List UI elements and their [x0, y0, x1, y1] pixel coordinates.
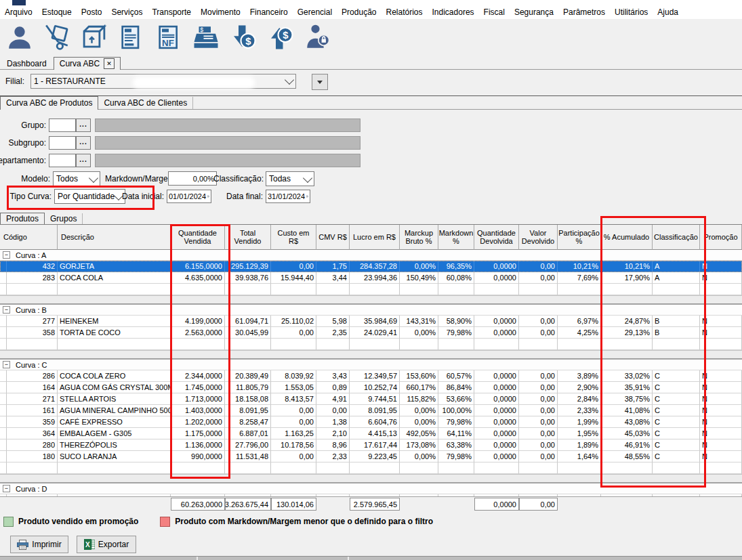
menu-servicos[interactable]: Serviços [106, 6, 147, 18]
menu-financeiro[interactable]: Financeiro [245, 6, 293, 18]
column-header[interactable]: Participação % [558, 225, 601, 250]
order-document-icon[interactable] [117, 23, 146, 51]
subgrupo-input[interactable] [49, 136, 76, 150]
column-header[interactable]: CMV R$ [316, 225, 350, 250]
cell: N [700, 451, 742, 462]
menu-estoque[interactable]: Estoque [37, 6, 77, 18]
table-row[interactable]: 164AGUA COM GÁS CRYSTAL 300ML1.745,00001… [0, 382, 742, 393]
column-header[interactable]: Custo em R$ [271, 225, 316, 250]
table-row[interactable]: 161AGUA MINERAL CAMPINHO 500ML1.403,0000… [0, 405, 742, 416]
column-header[interactable]: Valor Devolvido [519, 225, 558, 250]
column-header[interactable]: Classificação [653, 225, 700, 250]
classificacao-select[interactable]: Todas [266, 171, 314, 186]
table-row[interactable]: 277HEINEKEM4.199,000061.094,7125.110,025… [0, 316, 742, 327]
column-header[interactable]: % Acumulado [601, 225, 653, 250]
menu-utilitarios[interactable]: Utilitários [610, 6, 653, 18]
table-row[interactable]: 358TORTA DE COCO2.563,000030.045,990,002… [0, 327, 742, 339]
tab-curva-abc[interactable]: Curva ABC ✕ [54, 57, 121, 70]
column-header[interactable]: Quantidade Devolvida [474, 225, 519, 250]
cell [225, 339, 271, 350]
grupo-input[interactable] [49, 119, 76, 132]
tab-curva-abc-clientes[interactable]: Curva ABC de Clientes [98, 97, 193, 109]
departamento-browse-button[interactable]: ... [76, 154, 91, 167]
toolbar: NF $ $ $ [0, 19, 742, 56]
departamento-description-field [95, 154, 360, 167]
nf-document-icon[interactable]: NF [154, 23, 183, 51]
tab-dashboard[interactable]: Dashboard [1, 58, 52, 69]
collapse-icon[interactable]: − [3, 251, 10, 259]
menu-gerencial[interactable]: Gerencial [293, 6, 337, 18]
menu-relatorios[interactable]: Relatórios [381, 6, 427, 18]
money-out-icon[interactable]: $ [266, 23, 295, 51]
collapse-icon[interactable]: − [3, 485, 10, 492]
cell: C [653, 370, 700, 382]
handtruck-icon[interactable] [43, 23, 71, 51]
tab-grupos[interactable]: Grupos [45, 213, 83, 224]
money-in-icon[interactable]: $ [229, 23, 257, 51]
column-header[interactable]: Promoção [700, 225, 742, 250]
data-inicial-input[interactable]: 01/01/2024 15 [167, 190, 211, 203]
group-header-curva-a[interactable]: −Curva : A [0, 250, 742, 261]
grupo-browse-button[interactable]: ... [76, 119, 91, 132]
menu-parametros[interactable]: Parâmetros [558, 6, 610, 18]
table-row[interactable]: 283COCA COLA4.635,000039.938,7615.944,40… [0, 272, 742, 284]
menu-arquivo[interactable]: Arquivo [0, 6, 37, 18]
cell: 18.158,08 [225, 393, 271, 405]
menu-movimento[interactable]: Movimento [196, 6, 245, 18]
group-header-curva-d[interactable]: −Curva : D [0, 483, 742, 494]
table-row[interactable]: 286COCA COLA ZERO2.344,000020.389,498.03… [0, 370, 742, 382]
menu-ajuda[interactable]: Ajuda [653, 6, 683, 18]
group-header-curva-b[interactable]: −Curva : B [0, 305, 742, 316]
calendar-icon[interactable]: 15 [306, 192, 308, 200]
grid-body[interactable]: −Curva : A432GORJETA6.155,0000295.129,39… [0, 250, 742, 511]
cell: 35.984,69 [350, 316, 400, 327]
cell: 1.745,0000 [171, 382, 225, 393]
departamento-input[interactable] [49, 154, 76, 167]
table-row[interactable]: 359CAFÉ EXPRESSO1.202,00008.258,470,001,… [0, 416, 742, 428]
cash-register-icon[interactable]: $ [192, 23, 220, 51]
cell: 0,00 [519, 393, 558, 405]
table-row[interactable]: 271STELLA ARTOIS1.713,000018.158,088.413… [0, 393, 742, 405]
collapse-icon[interactable]: − [3, 361, 10, 368]
column-header[interactable]: Marckup Bruto % [400, 225, 438, 250]
menu-posto[interactable]: Posto [77, 6, 107, 18]
menu-indicadores[interactable]: Indicadores [428, 6, 479, 18]
column-header[interactable]: Código [0, 225, 58, 250]
collapse-icon[interactable]: − [3, 306, 10, 314]
filial-drop-button[interactable] [312, 74, 328, 90]
table-row[interactable]: 432GORJETA6.155,0000295.129,390,001,7528… [0, 261, 742, 272]
cell: 63,38% [438, 439, 474, 451]
filial-select[interactable]: 1 - RESTAURANTE [30, 74, 296, 89]
column-header[interactable]: Total Vendido [225, 225, 271, 250]
calendar-icon[interactable]: 15 [207, 192, 209, 200]
table-row[interactable]: 364EMBALAGEM - G3051.175,00006.887,011.1… [0, 428, 742, 439]
tab-produtos[interactable]: Produtos [0, 213, 45, 225]
subgrupo-browse-button[interactable]: ... [76, 136, 91, 150]
user-icon[interactable] [5, 23, 34, 51]
group-header-curva-c[interactable]: −Curva : C [0, 360, 742, 370]
column-header[interactable]: Quantidade Vendida [171, 225, 225, 250]
cell: 2.563,0000 [171, 327, 225, 339]
menu-producao[interactable]: Produção [337, 6, 381, 18]
column-header[interactable]: Markdown % [438, 225, 474, 250]
user-lock-icon[interactable] [304, 23, 332, 51]
menu-transporte[interactable]: Transporte [147, 6, 196, 18]
table-row[interactable]: 280THEREZÓPOLIS1.136,000027.796,0010.178… [0, 439, 742, 451]
tipo-curva-select[interactable]: Por Quantidade [54, 189, 125, 204]
tab-curva-abc-produtos[interactable]: Curva ABC de Produtos [0, 96, 98, 110]
menu-fiscal[interactable]: Fiscal [479, 6, 510, 18]
cell: 0,0000 [474, 393, 519, 405]
exportar-button[interactable]: X Exportar [77, 536, 136, 553]
column-header[interactable]: Descrição [58, 225, 171, 250]
imprimir-button[interactable]: Imprimir [10, 536, 68, 553]
column-header[interactable]: Lucro em R$ [350, 225, 400, 250]
package-icon[interactable] [80, 23, 108, 51]
cell: 5,98 [316, 316, 350, 327]
data-final-input[interactable]: 31/01/2024 15 [266, 190, 310, 203]
modelo-select[interactable]: Todos [53, 171, 100, 186]
table-row[interactable]: 180SUCO LARANJA990,000011.531,480,002,33… [0, 451, 742, 462]
cell: 0,0000 [474, 316, 519, 327]
markdown-margem-input[interactable]: 0,00% [168, 171, 217, 186]
menu-seguranca[interactable]: Segurança [510, 6, 558, 18]
close-icon[interactable]: ✕ [104, 58, 115, 69]
